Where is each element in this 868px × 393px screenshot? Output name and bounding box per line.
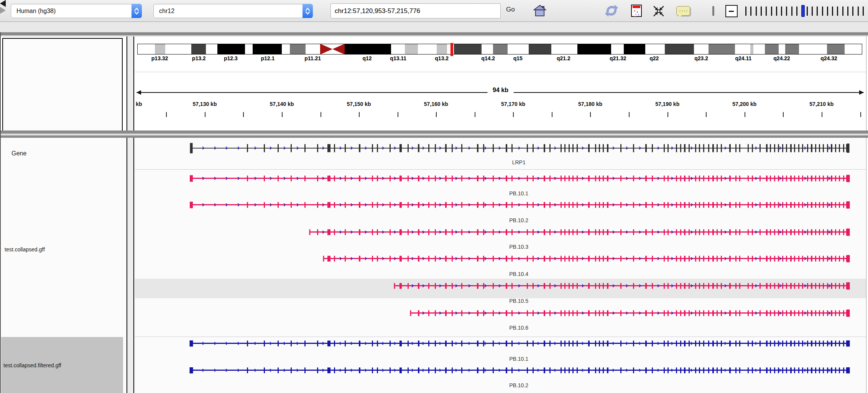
strand-arrow-icon [350,342,353,345]
strand-arrow-icon [363,203,367,206]
zoom-slider-handle[interactable] [801,5,805,17]
exon [588,202,590,208]
strand-arrow-icon [723,257,727,260]
track-name-collapsed-gff[interactable]: test.collapsed.gff [5,246,45,253]
zoom-out-icon[interactable] [725,5,738,17]
transcript-PB.10.2[interactable] [135,365,866,376]
transcript-PB.10.1[interactable] [135,173,866,184]
zoom-slider-tick[interactable] [832,7,833,16]
strand-arrow-icon [213,203,216,206]
exon [477,368,478,373]
zoom-slider-tick[interactable] [827,7,828,16]
exon [786,341,787,347]
track-data-panel: LRP1PB.10.1PB.10.2PB.10.3PB.10.4PB.10.5P… [135,138,866,393]
zoom-slider-tick[interactable] [837,7,838,16]
exon [564,230,566,235]
exon [599,202,600,208]
exon [667,341,669,347]
exon [652,202,653,208]
exon [561,230,562,235]
transcript-PB.10.6[interactable] [135,308,866,319]
tooltip-icon[interactable] [676,6,690,16]
strand-arrow-icon [363,230,367,233]
zoom-slider-tick[interactable] [781,7,782,16]
zoom-slider-tick[interactable] [807,7,808,16]
exon [527,341,528,347]
locus-input[interactable] [330,3,501,18]
zoom-slider-tick[interactable] [756,7,757,16]
zoom-slider-tick[interactable] [786,7,787,16]
zoom-slider-tick[interactable] [745,7,746,16]
transcript-PB.10.4[interactable] [135,253,866,264]
exon [684,283,686,289]
exon [461,341,462,347]
region-of-interest-icon[interactable] [631,5,642,17]
ideogram-band [750,44,753,54]
exon [708,341,709,347]
transcript-PB.10.2[interactable] [135,200,866,210]
zoom-slider-tick[interactable] [761,7,762,16]
zoom-slider-tick[interactable] [812,7,813,16]
transcript-PB.10.3[interactable] [135,227,866,238]
refresh-icon[interactable] [604,3,619,20]
exon [652,283,653,289]
exon [599,341,600,347]
zoom-slider-tick[interactable] [822,7,823,16]
zoom-slider-tick[interactable] [766,7,767,16]
panel-splitter-top[interactable] [0,32,868,35]
exon [493,310,494,316]
track-name-filtered-gff[interactable]: test.collapsed.filtered.gff [3,362,61,368]
exon [345,341,346,347]
exon [377,176,378,182]
attribute-panel-divider[interactable] [133,36,134,130]
strand-arrow-icon [670,230,673,233]
exon [291,368,292,373]
transcript-PB.10.5[interactable] [135,281,866,291]
zoom-slider-tick[interactable] [817,7,818,16]
ideogram-band [493,44,508,54]
fit-to-window-icon[interactable] [653,5,665,19]
selected-track-highlight[interactable]: test.collapsed.filtered.gff [1,337,123,393]
zoom-slider-tick[interactable] [852,7,853,16]
zoom-slider-tick[interactable] [750,7,751,16]
genome-select[interactable]: Human (hg38) [11,4,142,18]
ruler-tick-label: 57,180 kb [578,101,602,107]
exon [739,341,740,347]
panel-splitter-bar[interactable] [0,130,868,134]
exon [506,176,507,182]
exon [729,283,731,289]
feature-label: PB.10.4 [509,271,528,277]
go-button[interactable]: Go [506,6,515,13]
transcript-LRP1[interactable] [135,143,866,154]
exon [798,283,799,289]
zoom-slider-tick[interactable] [796,7,797,16]
exon [695,341,696,347]
exon [372,230,373,235]
exon [572,341,574,347]
transcript-PB.10.1[interactable] [135,338,866,349]
zoom-slider-tick[interactable] [776,7,777,16]
forward-icon[interactable] [0,7,6,14]
attribute-panel-divider[interactable] [133,138,134,393]
exon [699,310,700,316]
view-position-marker[interactable] [450,43,453,56]
track-name-gene[interactable]: Gene [12,150,26,157]
zoom-slider-tick[interactable] [842,7,843,16]
chromosome-select[interactable]: chr12 [153,4,313,18]
back-icon[interactable] [0,0,6,7]
zoom-slider-tick[interactable] [771,7,772,16]
ideogram-band [206,44,217,54]
zoom-slider-tick[interactable] [847,7,848,16]
exon [445,176,447,182]
transcript-end [847,310,850,317]
exon [712,310,714,316]
chromosome-ideogram[interactable] [137,44,862,54]
zoom-slider-tick[interactable] [791,7,792,16]
exon [652,230,653,235]
strand-arrow-icon [656,146,659,149]
home-icon[interactable] [533,4,547,20]
exon [533,341,534,347]
zoom-slider[interactable] [745,5,868,18]
zoom-slider-tick[interactable] [863,7,864,16]
zoom-slider-tick[interactable] [858,7,859,16]
